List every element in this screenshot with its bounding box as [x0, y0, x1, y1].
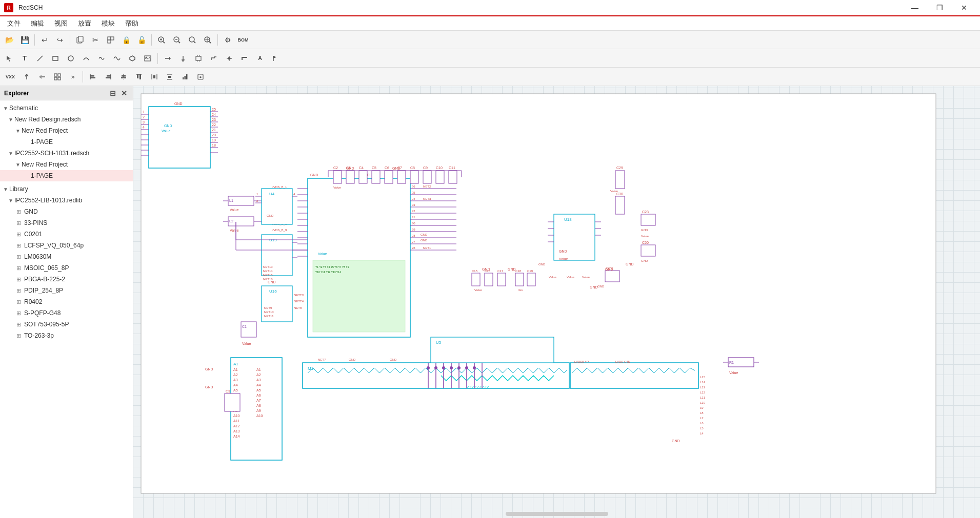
vxx-button[interactable]: VXX	[2, 70, 18, 84]
wave-tool[interactable]	[110, 51, 124, 66]
tree-project-1[interactable]: ▼ New Red Project	[0, 125, 133, 136]
netlabel-tool[interactable]: A	[253, 51, 267, 66]
place-pin-tool[interactable]	[161, 51, 175, 66]
tree-comp-sot753[interactable]: ⊞ SOT753-095-5P	[0, 319, 133, 330]
schematic-canvas[interactable]: 1 2 3 4 GND Valu	[133, 86, 980, 518]
svg-text:ZZZZZZZZZ: ZZZZZZZZZ	[467, 385, 489, 389]
tree-comp-pdip[interactable]: ⊞ PDIP_254_8P	[0, 285, 133, 296]
rect-tool[interactable]	[48, 51, 63, 66]
svg-line-11	[178, 42, 180, 43]
align-top-button[interactable]	[132, 70, 146, 84]
text-tool[interactable]: T	[17, 51, 32, 66]
paste-special-button[interactable]	[104, 33, 118, 47]
arc1-tool[interactable]	[79, 51, 93, 66]
svg-rect-253	[497, 273, 506, 286]
project-1-arrow: ▼	[14, 128, 22, 134]
tree-comp-lm0630m[interactable]: ⊞ LM0630M	[0, 251, 133, 262]
junction-tool[interactable]	[222, 51, 236, 66]
svg-text:GND: GND	[349, 358, 356, 361]
select-tool[interactable]	[2, 51, 16, 66]
svg-rect-68	[185, 76, 186, 79]
svg-text:NET2: NET2	[423, 185, 431, 188]
zoom-in-button[interactable]	[154, 33, 169, 47]
line-tool[interactable]	[33, 51, 47, 66]
horizontal-scrollbar[interactable]	[506, 512, 608, 516]
sidebar-header: Explorer ⊟ ✕	[0, 86, 133, 100]
distribute-h-button[interactable]	[147, 70, 162, 84]
tb3-1[interactable]	[19, 70, 34, 84]
copy-doc-button[interactable]	[73, 33, 87, 47]
sidebar-close-button[interactable]: ✕	[119, 89, 129, 97]
tree-library-section[interactable]: ▼ Library	[0, 183, 133, 195]
netflag-tool[interactable]	[268, 51, 283, 66]
bom-button[interactable]: BOM	[236, 33, 250, 47]
tree-comp-to263[interactable]: ⊞ TO-263-3p	[0, 330, 133, 341]
tree-comp-pbga[interactable]: ⊞ PBGA-B-225-2	[0, 274, 133, 285]
menu-module[interactable]: 模块	[96, 17, 120, 30]
wire-tool[interactable]	[207, 51, 221, 66]
cut-button[interactable]: ✂	[88, 33, 103, 47]
align-right-button[interactable]	[101, 70, 115, 84]
menu-view[interactable]: 视图	[49, 17, 73, 30]
tb3-3[interactable]	[50, 70, 65, 84]
redo-button[interactable]: ↪	[53, 33, 67, 47]
svg-rect-69	[186, 74, 188, 79]
tree-comp-lcfsp[interactable]: ⊞ LCFSP_VQ_050_64p	[0, 240, 133, 251]
lock-button[interactable]: 🔒	[119, 33, 133, 47]
align-left-button[interactable]	[86, 70, 100, 84]
tree-comp-33pins[interactable]: ⊞ 33-PINS	[0, 217, 133, 229]
tree-design-file-1[interactable]: ▼ New Red Design.redsch	[0, 114, 133, 125]
place-comp-tool[interactable]	[191, 51, 206, 66]
svg-text:2: 2	[143, 115, 145, 119]
zoom-area-button[interactable]	[201, 33, 215, 47]
close-button[interactable]: ✕	[952, 0, 976, 15]
tree-comp-spqfp[interactable]: ⊞ S-PQFP-G48	[0, 307, 133, 319]
menu-edit[interactable]: 编辑	[26, 17, 49, 30]
menu-place[interactable]: 放置	[73, 17, 96, 30]
svg-rect-30	[196, 56, 201, 60]
bar-chart-button[interactable]	[178, 70, 192, 84]
zoom-fit-button[interactable]	[185, 33, 199, 47]
schematic-canvas-area[interactable]: 1 2 3 4 GND Valu	[133, 86, 980, 518]
tree-comp-gnd[interactable]: ⊞ GND	[0, 206, 133, 217]
polygon-tool[interactable]	[125, 51, 139, 66]
tree-page-1[interactable]: 1-PAGE	[0, 136, 133, 148]
tree-project-2[interactable]: ▼ New Red Project	[0, 159, 133, 170]
svg-rect-73	[149, 107, 210, 168]
minimize-button[interactable]: —	[903, 0, 927, 15]
toolbar-draw: T A	[0, 49, 980, 68]
bus-tool[interactable]	[237, 51, 252, 66]
save-button[interactable]: 💾	[17, 33, 32, 47]
maximize-button[interactable]: ❐	[928, 0, 951, 15]
sidebar-pin-button[interactable]: ⊟	[108, 89, 117, 97]
place-power-tool[interactable]	[176, 51, 190, 66]
zoom-out-button[interactable]	[170, 33, 184, 47]
svg-rect-2	[108, 37, 111, 40]
tree-schematic-section[interactable]: ▼ Schematic	[0, 102, 133, 114]
svg-text:33: 33	[412, 203, 415, 206]
align-center-button[interactable]	[116, 70, 131, 84]
tree-page-2[interactable]: 1-PAGE	[0, 170, 133, 181]
tree-comp-r0402[interactable]: ⊞ R0402	[0, 296, 133, 307]
unlock-button[interactable]: 🔓	[134, 33, 149, 47]
tree-comp-msoic[interactable]: ⊞ MSOIC_065_8P	[0, 262, 133, 274]
tb3-4[interactable]: »	[66, 70, 80, 84]
image-tool[interactable]	[141, 51, 155, 66]
menu-help[interactable]: 帮助	[120, 17, 144, 30]
open-button[interactable]: 📂	[2, 33, 16, 47]
svg-rect-54	[106, 77, 111, 78]
tree-lib-file[interactable]: ▼ IPC2552-LIB-1013.redlib	[0, 195, 133, 206]
tb3-2[interactable]	[35, 70, 49, 84]
tree-design-file-2[interactable]: ▼ IPC2552-SCH-1031.redsch	[0, 148, 133, 159]
distribute-v-button[interactable]	[163, 70, 177, 84]
svg-text:GND: GND	[672, 439, 680, 443]
settings-button[interactable]: ⚙	[221, 33, 235, 47]
tree-comp-c0201[interactable]: ⊞ C0201	[0, 229, 133, 240]
svg-rect-173	[262, 189, 292, 224]
export-button[interactable]	[193, 70, 208, 84]
arc2-tool[interactable]	[94, 51, 109, 66]
menu-file[interactable]: 文件	[2, 17, 26, 30]
undo-button[interactable]: ↩	[37, 33, 52, 47]
svg-text:C18: C18	[515, 270, 522, 273]
circle-tool[interactable]	[64, 51, 78, 66]
